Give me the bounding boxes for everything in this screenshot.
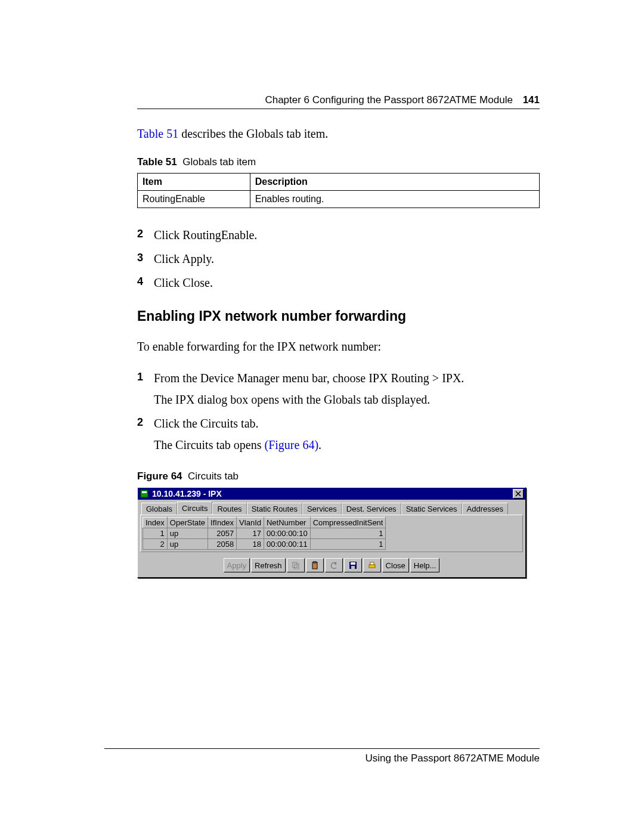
svg-rect-11 xyxy=(351,566,355,569)
table-ref-link[interactable]: Table 51 xyxy=(137,127,178,140)
svg-rect-7 xyxy=(314,561,316,563)
figure-ref-link[interactable]: (Figure 64) xyxy=(265,438,319,451)
svg-rect-0 xyxy=(141,490,148,497)
tab-circuits[interactable]: Circuits xyxy=(177,501,212,514)
tab-globals[interactable]: Globals xyxy=(141,503,177,515)
table-row[interactable]: 1 up 2057 17 00:00:00:10 1 xyxy=(143,528,386,539)
copy-icon[interactable] xyxy=(287,558,305,572)
save-icon[interactable] xyxy=(344,558,362,572)
refresh-button[interactable]: Refresh xyxy=(251,558,286,572)
svg-rect-10 xyxy=(351,562,355,565)
page-number: 141 xyxy=(523,94,540,106)
table51-header-desc: Description xyxy=(250,174,539,191)
svg-rect-6 xyxy=(312,562,317,569)
table51: Item Description RoutingEnable Enables r… xyxy=(137,173,540,208)
paste-icon[interactable] xyxy=(306,558,324,572)
section-heading: Enabling IPX network number forwarding xyxy=(137,308,540,324)
figure64-caption: Figure 64 Circuits tab xyxy=(137,470,540,482)
table51-caption: Table 51 Globals tab item xyxy=(137,156,540,168)
step-item: 2 Click the Circuits tab. The Circuits t… xyxy=(137,414,540,454)
close-button-bottom[interactable]: Close xyxy=(382,558,409,572)
steps-list-a: 2 Click RoutingEnable. 3 Click Apply. 4 … xyxy=(137,226,540,292)
intro-paragraph: Table 51 describes the Globals tab item. xyxy=(137,126,540,142)
svg-rect-12 xyxy=(369,565,375,568)
close-button[interactable] xyxy=(513,489,524,498)
tab-routes[interactable]: Routes xyxy=(212,503,246,515)
tab-static-routes[interactable]: Static Routes xyxy=(247,503,302,515)
section-intro: To enable forwarding for the IPX network… xyxy=(137,339,540,355)
step-item: 4 Click Close. xyxy=(137,274,540,292)
table51-cell-item: RoutingEnable xyxy=(138,191,250,208)
dialog-titlebar[interactable]: 10.10.41.239 - IPX xyxy=(138,488,525,500)
print-icon[interactable] xyxy=(363,558,381,572)
steps-list-b: 1 From the Device Manager menu bar, choo… xyxy=(137,369,540,454)
table-header-row: Index OperState IfIndex VlanId NetNumber… xyxy=(143,518,386,528)
chapter-title: Chapter 6 Configuring the Passport 8672A… xyxy=(265,94,512,106)
ipx-dialog: 10.10.41.239 - IPX Globals Circuits Rout… xyxy=(137,487,526,578)
tab-panel: Index OperState IfIndex VlanId NetNumber… xyxy=(140,515,523,552)
apply-button[interactable]: Apply xyxy=(224,558,250,572)
tab-addresses[interactable]: Addresses xyxy=(462,503,508,515)
tab-dest-services[interactable]: Dest. Services xyxy=(342,503,401,515)
table51-header-item: Item xyxy=(138,174,250,191)
table51-cell-desc: Enables routing. xyxy=(250,191,539,208)
table-row[interactable]: 2 up 2058 18 00:00:00:11 1 xyxy=(143,539,386,550)
svg-rect-1 xyxy=(142,491,147,493)
step-item: 1 From the Device Manager menu bar, choo… xyxy=(137,369,540,408)
undo-icon[interactable] xyxy=(325,558,343,572)
tab-strip: Globals Circuits Routes Static Routes Se… xyxy=(140,502,523,515)
dialog-title: 10.10.41.239 - IPX xyxy=(152,489,513,498)
button-row: Apply Refresh xyxy=(140,558,523,572)
tab-static-services[interactable]: Static Services xyxy=(401,503,462,515)
tab-services[interactable]: Services xyxy=(302,503,342,515)
running-header: Chapter 6 Configuring the Passport 8672A… xyxy=(137,94,540,109)
help-button[interactable]: Help... xyxy=(410,558,440,572)
footer: Using the Passport 8672ATME Module xyxy=(104,748,540,764)
step-item: 3 Click Apply. xyxy=(137,250,540,268)
circuits-grid[interactable]: Index OperState IfIndex VlanId NetNumber… xyxy=(143,517,386,550)
step-item: 2 Click RoutingEnable. xyxy=(137,226,540,244)
svg-rect-13 xyxy=(370,562,374,565)
app-icon xyxy=(140,489,149,498)
